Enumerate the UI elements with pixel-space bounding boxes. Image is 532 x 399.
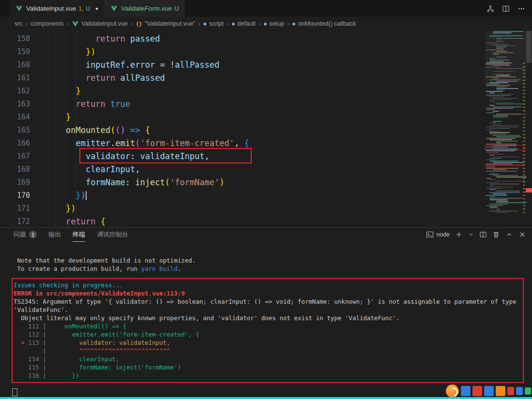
code-text: return {	[46, 215, 106, 227]
editor-scrollbar[interactable]	[526, 30, 532, 227]
terminal[interactable]: Note that the development build is not o…	[14, 256, 523, 380]
code-line[interactable]: 169 formName: inject('formName')	[0, 176, 485, 189]
terminal-cursor	[12, 388, 17, 396]
code-line[interactable]: 160 inputRef.error = !allPassed	[0, 59, 485, 72]
tab-validateform[interactable]: ValidateForm.vueU	[105, 0, 185, 17]
code-line[interactable]: 164 }	[0, 111, 485, 124]
type-hierarchy-button[interactable]	[486, 5, 494, 13]
terminal-output: Note that the development build is not o…	[14, 256, 523, 380]
bottom-edge-strip	[0, 397, 532, 399]
code-text: return allPassed	[46, 72, 165, 85]
code-text: return passed	[46, 32, 160, 45]
code-text: emitter.emit('form-item-created', {	[46, 137, 249, 150]
breadcrumb-item-default[interactable]: ◆default	[231, 20, 255, 27]
watermark-glyph	[484, 386, 494, 396]
code-line[interactable]: 167 validator: validateInput,	[0, 150, 485, 163]
breadcrumb-item-script[interactable]: ◆script	[203, 20, 224, 27]
code-line[interactable]: 165 onMounted(() => {	[0, 124, 485, 137]
breadcrumb-label: setup	[269, 20, 284, 27]
chevron-right-icon: ›	[198, 20, 200, 28]
symbol-icon: ◆	[203, 21, 207, 26]
terminal-line: > 113 | validator: validateInput,	[14, 339, 523, 347]
tab-validateinput[interactable]: ValidateInput.vue1,U●	[10, 0, 105, 17]
code-line[interactable]: 163 return true	[0, 98, 485, 111]
close-panel-button[interactable]	[518, 231, 526, 238]
symbol-icon: ◆	[231, 21, 235, 26]
scrollbar-thumb[interactable]	[526, 31, 532, 63]
panel-tabs: 问题1输出终端调试控制台	[14, 228, 128, 242]
panel-tab-label: 终端	[73, 230, 85, 239]
terminal-line: | ^^^^^^^^^^^^^^^^^^^^^^^^^	[14, 347, 523, 355]
dirty-indicator-icon[interactable]: ●	[95, 6, 98, 11]
new-terminal-button[interactable]	[455, 231, 463, 238]
split-terminal-icon	[479, 231, 487, 238]
breadcrumb-item-file[interactable]: ValidateInput.vue	[72, 20, 128, 28]
chevron-right-icon: ›	[227, 20, 229, 28]
minimap-error-stripe	[485, 164, 525, 166]
code-line[interactable]: 162 }	[0, 85, 485, 98]
chevron-up-icon	[505, 231, 513, 238]
maximize-panel-button[interactable]	[505, 231, 513, 238]
terminal-line: Issues checking in progress...	[14, 281, 523, 289]
vscode-window: ValidateInput.vue1,U●ValidateForm.vueU s…	[0, 0, 532, 399]
kill-terminal-button[interactable]	[492, 231, 500, 238]
terminal-line	[14, 273, 523, 281]
split-editor-button[interactable]	[502, 5, 510, 13]
code-line[interactable]: 161 return allPassed	[0, 72, 485, 85]
terminal-shell-item[interactable]: node	[426, 231, 450, 238]
tab-title: ValidateInput.vue	[26, 5, 76, 12]
minimap[interactable]	[485, 31, 527, 216]
code-text: })	[46, 45, 95, 59]
breadcrumb-item-onmounted-callback[interactable]: ◆onMounted() callback	[292, 20, 356, 27]
chevron-right-icon: ›	[258, 20, 261, 28]
close-icon	[518, 231, 526, 238]
code-editor[interactable]: }158 return passed159 })160 inputRef.err…	[0, 30, 485, 227]
watermark-glyph	[496, 386, 505, 396]
code-line[interactable]: 166 emitter.emit('form-item-created', {	[0, 137, 485, 150]
code-text: }	[46, 85, 81, 98]
chevron-right-icon: ›	[26, 20, 28, 28]
tab-decoration: U	[174, 5, 179, 12]
panel-tab-label: 调试控制台	[97, 230, 128, 239]
code-line[interactable]: 172 return {	[0, 215, 485, 227]
code-text: return true	[46, 98, 130, 111]
vue-icon	[72, 20, 79, 28]
terminal-line: Note that the development build is not o…	[14, 256, 523, 265]
minimap-decorations	[523, 63, 525, 214]
breadcrumb-item-module[interactable]: {}"ValidateInput.vue"	[136, 20, 195, 27]
watermark-glyph	[472, 386, 482, 396]
breadcrumb-label: ValidateInput.vue	[81, 20, 128, 27]
panel-tab-output[interactable]: 输出	[48, 228, 61, 242]
line-number: 159	[0, 45, 30, 59]
breadcrumb-item-components[interactable]: components	[30, 20, 63, 27]
tab-title: ValidateForm.vue	[121, 5, 172, 12]
line-number: 160	[0, 59, 30, 72]
line-number: 169	[0, 176, 30, 189]
code-line[interactable]: 159 })	[0, 45, 485, 59]
code-line[interactable]: 168 clearInput,	[0, 163, 485, 176]
code-line[interactable]: 170 })	[0, 189, 485, 202]
breadcrumb: src›components›ValidateInput.vue›{}"Vali…	[0, 17, 532, 30]
breadcrumb-item-src[interactable]: src	[15, 20, 23, 27]
vue-icon	[15, 5, 23, 12]
launch-profile-button[interactable]	[468, 232, 474, 237]
panel-tab-problems[interactable]: 问题1	[14, 228, 37, 242]
code-text: validator: validateInput,	[46, 150, 210, 163]
panel-tab-terminal[interactable]: 终端	[73, 228, 85, 242]
chevron-right-icon: ›	[131, 20, 133, 28]
symbol-icon: ◆	[264, 21, 267, 26]
code-line[interactable]: 158 return passed	[0, 32, 485, 45]
code-text: })	[46, 189, 87, 202]
more-actions-button[interactable]	[517, 5, 525, 13]
code-lines: }158 return passed159 })160 inputRef.err…	[0, 30, 485, 227]
panel-tab-debug-console[interactable]: 调试控制台	[97, 228, 128, 242]
terminal-line: 114 | clearInput,	[14, 355, 523, 363]
code-line[interactable]: 171 })	[0, 202, 485, 215]
split-terminal-button[interactable]	[479, 231, 487, 238]
terminal-line: Object literal may only specify known pr…	[14, 314, 523, 322]
line-number: 166	[0, 137, 30, 150]
tab-decoration: 1,	[78, 5, 83, 12]
line-number: 158	[0, 32, 30, 45]
breadcrumb-item-setup[interactable]: ◆setup	[264, 20, 285, 27]
editor-tabs: ValidateInput.vue1,U●ValidateForm.vueU	[10, 0, 185, 17]
